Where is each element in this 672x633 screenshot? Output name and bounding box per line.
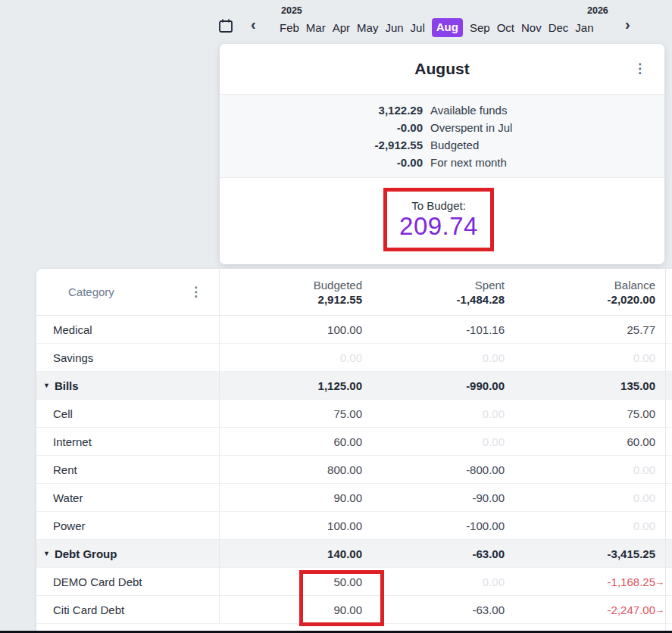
funds-summary: 3,122.29Available funds-0.00Overspent in…: [220, 95, 664, 178]
category-name[interactable]: Water: [53, 491, 83, 504]
carryover-arrow-icon: →: [655, 576, 664, 588]
budgeted-value: 50.00: [333, 575, 362, 588]
balance-value: 0.00: [633, 463, 655, 476]
month-tab-aug[interactable]: Aug: [432, 18, 463, 37]
spent-cell[interactable]: -990.00: [362, 379, 505, 392]
budgeted-cell[interactable]: 60.00: [220, 435, 362, 448]
spent-cell[interactable]: 0.00: [362, 407, 505, 420]
category-row: Savings0.000.000.00: [36, 344, 672, 372]
column-header-budgeted: Budgeted2,912.55: [220, 269, 362, 315]
balance-cell[interactable]: 0.00: [505, 463, 655, 476]
table-right-divider: [665, 269, 666, 631]
budgeted-cell[interactable]: 800.00: [220, 463, 362, 476]
spent-value: -800.00: [466, 463, 505, 476]
category-row: Rent800.00-800.000.00: [36, 456, 672, 484]
summary-row: -0.00Overspent in Jul: [220, 119, 664, 136]
calendar-icon[interactable]: [217, 18, 234, 35]
column-total: -1,484.28: [457, 292, 505, 307]
balance-cell[interactable]: 0.00: [505, 491, 655, 504]
budgeted-value: 60.00: [333, 435, 362, 448]
to-budget-value[interactable]: 209.74: [399, 213, 478, 240]
budgeted-cell[interactable]: 1,125.00: [220, 379, 362, 392]
collapse-triangle-icon[interactable]: ▼: [43, 550, 50, 557]
category-name[interactable]: Citi Card Debt: [53, 603, 124, 616]
budgeted-value: 0.00: [340, 351, 362, 364]
budgeted-cell[interactable]: 75.00: [220, 407, 362, 420]
category-row: Power100.00-100.000.00: [36, 512, 672, 540]
balance-cell[interactable]: 75.00: [505, 407, 655, 420]
next-month-button[interactable]: ›: [625, 16, 630, 33]
spent-cell[interactable]: -101.16: [362, 323, 505, 336]
month-tab-sep[interactable]: Sep: [470, 20, 490, 36]
annotation-box-to-budget: To Budget: 209.74: [383, 188, 494, 251]
category-name[interactable]: DEMO Card Debt: [53, 575, 142, 588]
month-tab-oct[interactable]: Oct: [497, 20, 514, 36]
spent-cell[interactable]: -63.00: [362, 547, 505, 560]
prev-month-button[interactable]: ‹: [251, 16, 256, 33]
category-name[interactable]: Internet: [53, 435, 92, 448]
spent-cell[interactable]: 0.00: [362, 575, 505, 588]
column-header-spent: Spent-1,484.28: [362, 269, 505, 315]
spent-cell[interactable]: -63.00: [362, 603, 505, 616]
month-row: FebMarAprMayJunJulAugSepOctNovDecJan: [280, 18, 594, 37]
category-name[interactable]: Debt Group: [55, 547, 117, 560]
spent-value: -63.00: [472, 603, 505, 616]
month-tab-feb[interactable]: Feb: [280, 20, 299, 36]
balance-cell[interactable]: -1,168.25→: [505, 575, 655, 588]
month-tab-dec[interactable]: Dec: [549, 20, 569, 36]
month-tab-nov[interactable]: Nov: [521, 20, 542, 36]
balance-value: 75.00: [627, 407, 655, 420]
spent-cell[interactable]: -100.00: [362, 519, 505, 532]
budget-table: Category ⋮ Budgeted2,912.55Spent-1,484.2…: [36, 269, 672, 631]
collapse-triangle-icon[interactable]: ▼: [43, 382, 50, 389]
spent-cell[interactable]: -90.00: [362, 491, 505, 504]
category-row: DEMO Card Debt50.000.00-1,168.25→: [36, 568, 672, 596]
budgeted-value: 90.00: [333, 491, 362, 504]
category-cell: Citi Card Debt: [36, 596, 220, 623]
balance-cell[interactable]: -3,415.25: [505, 547, 655, 560]
balance-cell[interactable]: -2,247.00→: [505, 603, 655, 616]
column-header-balance: Balance-2,020.00: [505, 269, 655, 315]
table-menu-icon[interactable]: ⋮: [189, 285, 202, 298]
month-tab-apr[interactable]: Apr: [333, 20, 350, 36]
month-tab-mar[interactable]: Mar: [306, 20, 326, 36]
table-body: Medical100.00-101.1625.77Savings0.000.00…: [36, 316, 672, 624]
category-row: Medical100.00-101.1625.77: [36, 316, 672, 344]
spent-cell[interactable]: 0.00: [362, 435, 505, 448]
balance-cell[interactable]: 25.77: [505, 323, 655, 336]
budgeted-cell[interactable]: 90.00: [220, 491, 362, 504]
budgeted-value: 1,125.00: [318, 379, 362, 392]
spent-value: -100.00: [466, 519, 505, 532]
column-label[interactable]: Budgeted: [314, 278, 362, 292]
category-name[interactable]: Power: [53, 519, 86, 532]
balance-cell[interactable]: 0.00: [505, 519, 655, 532]
budgeted-cell[interactable]: 140.00: [220, 547, 362, 560]
to-budget-label: To Budget:: [411, 199, 466, 212]
category-name[interactable]: Bills: [55, 379, 79, 392]
column-label[interactable]: Spent: [475, 278, 505, 292]
budgeted-cell[interactable]: 50.00: [220, 575, 362, 588]
category-name[interactable]: Medical: [53, 323, 92, 336]
month-tab-jun[interactable]: Jun: [385, 20, 403, 36]
category-name[interactable]: Rent: [53, 463, 77, 476]
budgeted-cell[interactable]: 100.00: [220, 519, 362, 532]
balance-value: 135.00: [620, 379, 655, 392]
budgeted-cell[interactable]: 90.00: [220, 603, 362, 616]
month-tab-may[interactable]: May: [357, 20, 378, 36]
category-header-label[interactable]: Category: [68, 285, 114, 298]
spent-cell[interactable]: -800.00: [362, 463, 505, 476]
month-tab-jan[interactable]: Jan: [575, 20, 593, 36]
budgeted-cell[interactable]: 100.00: [220, 323, 362, 336]
column-label[interactable]: Balance: [614, 278, 655, 292]
budgeted-cell[interactable]: 0.00: [220, 351, 362, 364]
month-tab-jul[interactable]: Jul: [411, 20, 425, 36]
balance-cell[interactable]: 0.00: [505, 351, 655, 364]
card-menu-icon[interactable]: ⋮: [633, 62, 646, 75]
category-name[interactable]: Savings: [53, 351, 93, 364]
category-cell: Cell: [36, 400, 220, 427]
category-name[interactable]: Cell: [53, 407, 73, 420]
balance-cell[interactable]: 135.00: [505, 379, 655, 392]
balance-cell[interactable]: 60.00: [505, 435, 655, 448]
summary-value: -0.00: [220, 121, 423, 134]
spent-cell[interactable]: 0.00: [362, 351, 505, 364]
